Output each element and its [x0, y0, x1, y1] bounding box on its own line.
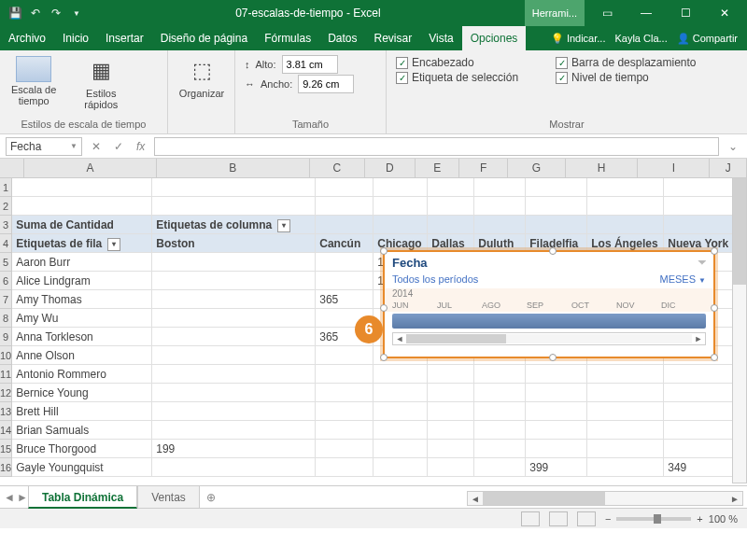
cell[interactable] [474, 178, 526, 196]
minimize-icon[interactable]: — [627, 0, 665, 26]
row-header[interactable]: 10 [0, 346, 12, 365]
cell[interactable] [428, 216, 474, 233]
width-input[interactable] [298, 75, 354, 93]
tab-insertar[interactable]: Insertar [97, 26, 152, 50]
organize-button[interactable]: ⬚ Organizar [177, 54, 226, 101]
timeline-month[interactable]: SEP [527, 301, 571, 310]
scroll-right-icon[interactable]: ► [692, 334, 705, 343]
col-header[interactable]: E [416, 159, 459, 177]
cell[interactable] [152, 309, 316, 327]
cell[interactable] [428, 384, 474, 401]
cell[interactable] [316, 216, 374, 233]
cell[interactable] [587, 402, 664, 420]
redo-icon[interactable]: ↷ [49, 6, 63, 21]
cell[interactable] [152, 290, 316, 308]
cell[interactable]: Suma de Cantidad [12, 216, 152, 233]
cell[interactable] [526, 421, 587, 439]
cell[interactable] [587, 458, 664, 476]
cell[interactable] [374, 365, 428, 383]
cell[interactable] [152, 328, 316, 345]
cell[interactable] [152, 253, 316, 271]
cell[interactable] [526, 365, 587, 383]
share-button[interactable]: 👤 Compartir [677, 33, 738, 45]
timeline-month[interactable]: JUL [437, 301, 482, 310]
name-box[interactable]: Fecha▼ [6, 137, 82, 156]
cell[interactable] [428, 402, 474, 420]
cancel-formula-icon[interactable]: ✕ [88, 140, 105, 153]
cell[interactable]: Cancún [316, 234, 374, 252]
row-header[interactable]: 1 [0, 178, 12, 197]
row-header[interactable]: 6 [0, 272, 12, 290]
cell[interactable] [587, 365, 664, 383]
clear-filter-icon[interactable]: ⏷ [697, 256, 708, 269]
resize-handle[interactable] [380, 354, 388, 361]
cell[interactable] [474, 458, 526, 476]
undo-icon[interactable]: ↶ [28, 6, 43, 21]
resize-handle[interactable] [380, 247, 388, 255]
cell[interactable] [428, 440, 474, 457]
cell[interactable] [587, 421, 664, 439]
cell[interactable] [374, 440, 428, 457]
cell[interactable] [526, 178, 587, 196]
user-account[interactable]: Kayla Cla... [614, 33, 667, 44]
horizontal-scrollbar[interactable]: ◄► [467, 491, 743, 506]
cell[interactable] [374, 216, 428, 233]
resize-handle[interactable] [711, 304, 718, 312]
row-header[interactable]: 16 [0, 458, 12, 477]
col-header[interactable]: B [157, 159, 311, 177]
chk-header[interactable]: ✓ [396, 57, 408, 69]
row-header[interactable]: 2 [0, 197, 12, 216]
spreadsheet-grid[interactable]: ABCDEFGHIJ 12345678910111213141516 Suma … [0, 159, 747, 485]
sheet-nav-arrows[interactable]: ◄► [4, 491, 28, 504]
cell[interactable] [587, 384, 664, 401]
col-header[interactable]: J [710, 159, 747, 177]
timeline-scale-button[interactable]: Escala de tiempo [9, 54, 58, 108]
tab-revisar[interactable]: Revisar [366, 26, 421, 50]
row-header[interactable]: 14 [0, 421, 12, 440]
cell[interactable] [374, 402, 428, 420]
tab-diseno[interactable]: Diseño de página [152, 26, 256, 50]
cell[interactable] [474, 216, 526, 233]
save-icon[interactable]: 💾 [7, 6, 22, 21]
tab-inicio[interactable]: Inicio [54, 26, 97, 50]
cell[interactable] [664, 440, 740, 457]
row-header[interactable]: 11 [0, 365, 12, 384]
cell[interactable] [428, 421, 474, 439]
cell[interactable] [12, 178, 152, 196]
timeline-month[interactable]: NOV [616, 301, 661, 310]
row-header[interactable]: 13 [0, 402, 12, 421]
cell[interactable] [152, 365, 316, 383]
row-header[interactable]: 3 [0, 216, 12, 234]
tab-datos[interactable]: Datos [319, 26, 365, 50]
sheet-tab-dinamica[interactable]: Tabla Dinámica [28, 486, 137, 509]
cell[interactable] [152, 402, 316, 420]
col-header[interactable]: F [459, 159, 508, 177]
cell[interactable] [428, 197, 474, 215]
resize-handle[interactable] [549, 354, 557, 361]
scroll-left-icon[interactable]: ◄ [393, 334, 406, 343]
add-sheet-icon[interactable]: ⊕ [200, 491, 222, 504]
cell[interactable]: Gayle Youngquist [12, 458, 152, 476]
cell[interactable]: Anna Torkleson [12, 328, 152, 345]
cell[interactable] [316, 197, 374, 215]
tab-formulas[interactable]: Fórmulas [256, 26, 319, 50]
cell[interactable] [428, 178, 474, 196]
cell[interactable] [374, 384, 428, 401]
resize-handle[interactable] [380, 304, 388, 312]
row-header[interactable]: 5 [0, 253, 12, 272]
row-header[interactable]: 9 [0, 328, 12, 346]
cell[interactable] [474, 402, 526, 420]
ribbon-display-icon[interactable]: ▭ [588, 0, 626, 26]
timeline-month[interactable]: OCT [571, 301, 616, 310]
resize-handle[interactable] [711, 247, 718, 255]
cell[interactable] [316, 272, 374, 289]
timeline-month[interactable]: DIC [661, 301, 706, 310]
col-header[interactable]: D [365, 159, 416, 177]
sheet-tab-ventas[interactable]: Ventas [137, 486, 200, 509]
row-header[interactable]: 7 [0, 290, 12, 309]
view-normal-icon[interactable] [521, 511, 540, 526]
cell[interactable] [316, 384, 374, 401]
cell[interactable]: Etiquetas de fila ▾ [12, 234, 152, 252]
tell-me[interactable]: 💡 Indicar... [551, 33, 606, 45]
cell[interactable] [316, 178, 374, 196]
